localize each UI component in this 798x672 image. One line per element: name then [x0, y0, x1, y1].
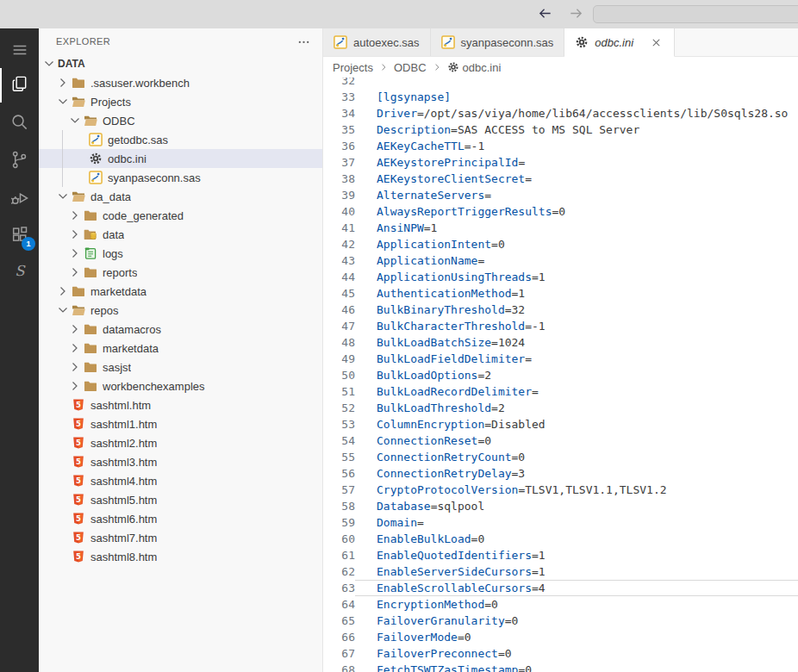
code-line-52[interactable]: 52BulkLoadThreshold=2 — [323, 400, 798, 416]
tree-item-repos[interactable]: repos — [39, 301, 322, 320]
activity-item-search[interactable] — [0, 106, 39, 140]
tree-item-code-generated[interactable]: code_generated — [39, 206, 322, 225]
tree-item-sashtml6-htm[interactable]: 5sashtml6.htm — [39, 509, 322, 528]
code-line-35[interactable]: 35Description=SAS ACCESS to MS SQL Serve… — [323, 121, 798, 138]
activity-item-sas[interactable]: S — [0, 254, 39, 289]
code-line-33[interactable]: 33[lgsynapse] — [323, 89, 798, 105]
tree-item-odbc-ini[interactable]: odbc.ini — [39, 149, 322, 168]
line-number: 67 — [323, 645, 355, 662]
code-line-68[interactable]: 68FetchTSWTZasTimestamp=0 — [323, 662, 798, 672]
tree-item-logs[interactable]: logs — [39, 244, 322, 263]
tree-item-sashtml7-htm[interactable]: 5sashtml7.htm — [39, 528, 322, 547]
code-line-36[interactable]: 36AEKeyCacheTTL=-1 — [323, 138, 798, 154]
code-line-48[interactable]: 48BulkLoadBatchSize=1024 — [323, 334, 798, 351]
code-line-58[interactable]: 58Database=sqlpool — [323, 498, 798, 514]
tree-item-sashtml3-htm[interactable]: 5sashtml3.htm — [39, 452, 322, 471]
tab-autoexec-sas[interactable]: autoexec.sas — [323, 28, 431, 56]
line-number: 46 — [323, 302, 355, 318]
tree-item-sashtml2-htm[interactable]: 5sashtml2.htm — [39, 433, 322, 452]
code-line-54[interactable]: 54ConnectionReset=0 — [323, 432, 798, 449]
tree-item-sashtml1-htm[interactable]: 5sashtml1.htm — [39, 414, 322, 433]
code-line-45[interactable]: 45AuthenticationMethod=1 — [323, 285, 798, 302]
code-line-49[interactable]: 49BulkLoadFieldDelimiter= — [323, 351, 798, 367]
line-content: ConnectionRetryDelay=3 — [355, 465, 798, 482]
ellipsis-icon — [297, 35, 310, 48]
line-content: ConnectionReset=0 — [355, 432, 798, 449]
tree-item-da-data[interactable]: da_data — [39, 187, 322, 206]
tab-syanpaseconn-sas[interactable]: syanpaseconn.sas — [431, 28, 565, 56]
breadcrumb-item-projects[interactable]: Projects — [333, 61, 373, 74]
activity-item-source-control[interactable] — [0, 144, 39, 178]
tree-item-projects[interactable]: Projects — [39, 92, 322, 111]
sas-file-icon — [89, 171, 103, 184]
code-line-55[interactable]: 55ConnectionRetryCount=0 — [323, 449, 798, 465]
tree-root-data[interactable]: DATA — [39, 54, 322, 73]
code-line-64[interactable]: 64EncryptionMethod=0 — [323, 596, 798, 613]
explorer-more-button[interactable] — [297, 35, 310, 48]
line-content: EncryptionMethod=0 — [355, 596, 798, 613]
code-line-41[interactable]: 41AnsiNPW=1 — [323, 220, 798, 236]
code-line-60[interactable]: 60EnableBulkLoad=0 — [323, 531, 798, 547]
command-search-input[interactable] — [593, 5, 798, 23]
code-line-43[interactable]: 43ApplicationName= — [323, 252, 798, 269]
breadcrumb-item-odbc-ini[interactable]: odbc.ini — [447, 61, 502, 74]
code-line-39[interactable]: 39AlternateServers= — [323, 187, 798, 203]
tree-item-marketdata[interactable]: marketdata — [39, 339, 322, 358]
line-number: 64 — [323, 596, 355, 613]
code-line-32[interactable]: 32 — [323, 78, 798, 89]
tree-item--sasuser-workbench[interactable]: .sasuser.workbench — [39, 73, 322, 92]
tab-odbc-ini[interactable]: odbc.ini — [564, 28, 675, 57]
tree-item-odbc[interactable]: ODBC — [39, 111, 322, 130]
tree-item-label: .sasuser.workbench — [90, 77, 190, 90]
code-line-59[interactable]: 59Domain= — [323, 514, 798, 531]
code-editor[interactable]: 3233[lgsynapse]34Driver=/opt/sas/viya/ho… — [323, 78, 798, 672]
activity-item-run-debug[interactable] — [0, 182, 39, 216]
tree-item-marketdata[interactable]: marketdata — [39, 282, 322, 301]
tree-item-sasjst[interactable]: sasjst — [39, 358, 322, 376]
code-line-62[interactable]: 62EnableServerSideCursors=1 — [323, 563, 798, 580]
code-line-63[interactable]: 63EnableScrollableCursors=4 — [323, 580, 798, 596]
code-line-61[interactable]: 61EnableQuotedIdentifiers=1 — [323, 547, 798, 563]
code-line-38[interactable]: 38AEKeystoreClientSecret= — [323, 171, 798, 187]
tree-item-getodbc-sas[interactable]: getodbc.sas — [39, 130, 322, 149]
chevron-down-icon — [42, 57, 56, 71]
tree-item-syanpaseconn-sas[interactable]: syanpaseconn.sas — [39, 168, 322, 187]
code-line-51[interactable]: 51BulkLoadRecordDelimiter= — [323, 383, 798, 400]
code-line-37[interactable]: 37AEKeystorePrincipalId= — [323, 154, 798, 171]
tree-item-data[interactable]: data — [39, 225, 322, 244]
line-content: EnableServerSideCursors=1 — [355, 563, 798, 580]
code-line-57[interactable]: 57CryptoProtocolVersion=TLSV1,TLSV1.1,TL… — [323, 482, 798, 498]
tree-item-sashtml8-htm[interactable]: 5sashtml8.htm — [39, 547, 322, 566]
code-line-56[interactable]: 56ConnectionRetryDelay=3 — [323, 465, 798, 482]
line-content: CryptoProtocolVersion=TLSV1,TLSV1.1,TLSV… — [355, 482, 798, 498]
tree-item-sashtml5-htm[interactable]: 5sashtml5.htm — [39, 490, 322, 509]
tree-item-reports[interactable]: reports — [39, 263, 322, 282]
code-line-44[interactable]: 44ApplicationUsingThreads=1 — [323, 269, 798, 285]
code-line-65[interactable]: 65FailoverGranularity=0 — [323, 613, 798, 629]
forward-button[interactable] — [567, 6, 584, 23]
code-line-34[interactable]: 34Driver=/opt/sas/viya/home/lib64/access… — [323, 105, 798, 121]
activity-item-extensions[interactable]: 1 — [0, 218, 39, 252]
tree-item-label: Projects — [90, 96, 131, 109]
code-line-46[interactable]: 46BulkBinaryThreshold=32 — [323, 302, 798, 318]
code-line-47[interactable]: 47BulkCharacterThreshold=-1 — [323, 318, 798, 334]
line-number: 54 — [323, 432, 355, 449]
tree-item-workbenchexamples[interactable]: workbenchexamples — [39, 376, 322, 395]
code-line-42[interactable]: 42ApplicationIntent=0 — [323, 236, 798, 252]
tree-item-sashtml-htm[interactable]: 5sashtml.htm — [39, 395, 322, 414]
tab-close-button[interactable] — [648, 34, 664, 50]
code-line-66[interactable]: 66FailoverMode=0 — [323, 629, 798, 645]
code-line-53[interactable]: 53ColumnEncryption=Disabled — [323, 416, 798, 432]
breadcrumb-item-odbc[interactable]: ODBC — [394, 61, 427, 74]
tree-item-label: code_generated — [103, 209, 184, 222]
back-button[interactable] — [536, 6, 553, 23]
activity-item-menu[interactable] — [0, 34, 39, 68]
code-line-40[interactable]: 40AlwaysReportTriggerResults=0 — [323, 203, 798, 220]
code-line-50[interactable]: 50BulkLoadOptions=2 — [323, 367, 798, 383]
tree-item-label: odbc.ini — [108, 152, 147, 165]
line-number: 68 — [323, 662, 355, 672]
tree-item-sashtml4-htm[interactable]: 5sashtml4.htm — [39, 471, 322, 490]
tree-item-datamacros[interactable]: datamacros — [39, 320, 322, 339]
code-line-67[interactable]: 67FailoverPreconnect=0 — [323, 645, 798, 662]
activity-item-explorer[interactable] — [0, 68, 39, 103]
